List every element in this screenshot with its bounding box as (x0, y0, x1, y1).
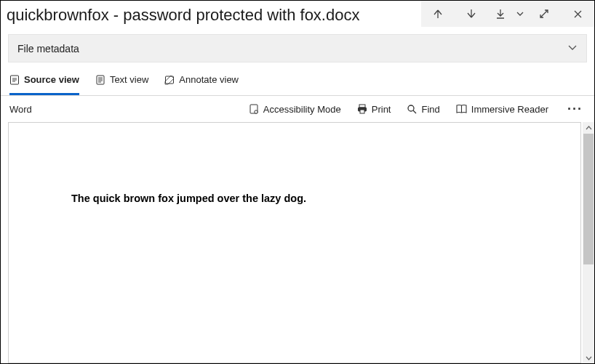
title-bar: quickbrownfox - password protected with … (1, 1, 594, 27)
action-label: Immersive Reader (471, 104, 548, 115)
document-text-icon (95, 75, 105, 85)
chevron-down-icon (567, 42, 578, 54)
svg-rect-1 (97, 76, 104, 84)
app-label: Word (9, 104, 32, 115)
scroll-up-button[interactable] (583, 122, 594, 134)
download-button[interactable] (488, 1, 513, 27)
expand-button[interactable] (527, 1, 561, 27)
svg-rect-5 (359, 105, 365, 108)
nav-up-button[interactable] (421, 1, 455, 27)
view-tabs: Source view Text view Annotate view (1, 73, 594, 96)
ellipsis-icon: ··· (567, 102, 583, 116)
action-label: Find (421, 104, 439, 115)
more-actions-button[interactable]: ··· (564, 102, 586, 116)
chevron-down-icon (516, 10, 524, 17)
tab-annotate-view[interactable]: Annotate view (164, 72, 239, 95)
caret-down-icon (586, 355, 592, 361)
close-icon (573, 9, 583, 19)
tab-label: Source view (24, 74, 79, 85)
nav-down-button[interactable] (455, 1, 488, 27)
download-dropdown-button[interactable] (513, 1, 527, 27)
document-toolbar: Word Accessibility Mode Print Find Immer… (1, 96, 594, 122)
svg-rect-7 (360, 110, 364, 113)
window-controls (421, 1, 594, 27)
vertical-scrollbar[interactable] (583, 122, 594, 363)
download-icon (495, 9, 506, 19)
document-body-text: The quick brown fox jumped over the lazy… (71, 193, 306, 204)
metadata-title: File metadata (17, 43, 79, 54)
scrollbar-track[interactable] (583, 134, 594, 352)
book-icon (456, 104, 467, 114)
caret-up-icon (586, 125, 592, 132)
tab-label: Annotate view (179, 74, 239, 85)
immersive-reader-button[interactable]: Immersive Reader (456, 104, 548, 115)
find-button[interactable]: Find (407, 104, 439, 115)
tab-text-view[interactable]: Text view (95, 72, 148, 95)
metadata-section: File metadata (1, 27, 594, 62)
arrow-up-icon (433, 9, 443, 19)
metadata-toggle[interactable]: File metadata (8, 34, 587, 62)
svg-point-8 (408, 105, 414, 111)
document-code-icon (9, 75, 20, 85)
accessibility-icon (249, 104, 259, 114)
arrow-down-icon (466, 9, 476, 19)
print-icon (357, 104, 367, 114)
scroll-down-button[interactable] (583, 352, 594, 363)
expand-icon (539, 9, 549, 19)
close-button[interactable] (561, 1, 594, 27)
action-label: Accessibility Mode (263, 104, 341, 115)
window-title: quickbrownfox - password protected with … (1, 1, 421, 27)
tab-label: Text view (110, 74, 148, 85)
scrollbar-thumb[interactable] (583, 134, 594, 264)
svg-point-4 (255, 110, 257, 113)
tab-source-view[interactable]: Source view (9, 72, 79, 95)
document-area: The quick brown fox jumped over the lazy… (1, 122, 594, 363)
print-button[interactable]: Print (357, 104, 391, 115)
accessibility-mode-button[interactable]: Accessibility Mode (249, 104, 341, 115)
search-icon (407, 104, 417, 114)
document-page: The quick brown fox jumped over the lazy… (8, 122, 581, 363)
action-label: Print (372, 104, 391, 115)
annotate-icon (164, 75, 175, 85)
